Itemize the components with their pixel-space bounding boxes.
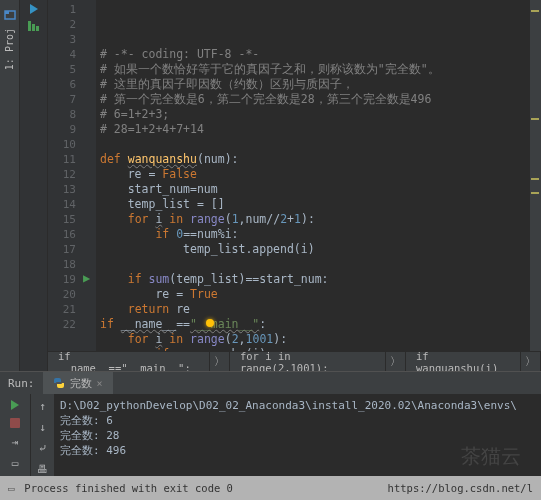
project-tool-icon[interactable] — [3, 8, 17, 22]
run-tool-window: Run: 完数 × ⇥ ▭ ↑ ↓ ⤶ 🖶 D:\D02_p — [0, 371, 541, 476]
status-message: Process finished with exit code 0 — [24, 482, 233, 494]
run-gutter: ▶ — [82, 0, 96, 351]
layout-button[interactable]: ▭ — [12, 457, 19, 470]
line-number-gutter: 12345678910111213141516171819202122 — [48, 0, 82, 351]
breadcrumb-bar: if __name__=="__main__":〉for i in range(… — [48, 351, 541, 371]
structure-icon[interactable] — [28, 20, 40, 34]
gutter-actions — [20, 0, 48, 371]
down-button[interactable]: ↓ — [39, 421, 46, 434]
run-toolbar: ⇥ ▭ — [0, 394, 30, 476]
tool-windows-icon[interactable]: ▭ — [8, 482, 14, 494]
status-bar: ▭ Process finished with exit code 0 http… — [0, 476, 541, 500]
stop-button[interactable] — [10, 418, 20, 428]
editor-area: 12345678910111213141516171819202122 ▶ # … — [48, 0, 541, 371]
up-button[interactable]: ↑ — [39, 400, 46, 413]
breadcrumb-separator: 〉 — [386, 352, 406, 371]
caret-indicator — [206, 319, 214, 327]
run-toolbar-secondary: ↑ ↓ ⤶ 🖶 — [30, 394, 54, 476]
python-file-icon — [53, 377, 65, 389]
breadcrumb-separator: 〉 — [210, 352, 230, 371]
run-gutter-icon[interactable] — [30, 4, 38, 14]
code-editor[interactable]: # -*- coding: UTF-8 -*-# 如果一个数恰好等于它的真因子之… — [96, 0, 529, 351]
svg-rect-1 — [5, 11, 9, 14]
svg-rect-2 — [28, 21, 31, 31]
editor-scrollbar[interactable] — [529, 0, 541, 351]
breadcrumb-item[interactable]: if __name__=="__main__": — [48, 352, 210, 371]
rerun-button[interactable] — [11, 400, 19, 410]
tool-window-bar[interactable]: 1: Proj — [0, 0, 20, 371]
soft-wrap-button[interactable]: ⤶ — [38, 442, 47, 455]
project-tool-label[interactable]: 1: Proj — [4, 28, 15, 70]
svg-rect-3 — [32, 24, 35, 31]
exit-button[interactable]: ⇥ — [12, 436, 19, 449]
run-tab[interactable]: 完数 × — [43, 372, 113, 394]
breadcrumb-item[interactable]: for i in range(2,1001): — [230, 352, 386, 371]
close-tab-icon[interactable]: × — [97, 378, 103, 389]
breadcrumb-separator: 〉 — [521, 352, 541, 371]
status-right: https://blog.csdn.net/l — [388, 482, 533, 494]
run-label: Run: — [0, 377, 43, 390]
console-output[interactable]: D:\D02_pythonDevelop\D02_02_Anaconda3\in… — [54, 394, 541, 476]
breadcrumb-item[interactable]: if wanquanshu(i) — [406, 352, 521, 371]
print-button[interactable]: 🖶 — [37, 463, 48, 476]
svg-rect-4 — [36, 26, 39, 31]
run-tab-label: 完数 — [70, 376, 92, 391]
